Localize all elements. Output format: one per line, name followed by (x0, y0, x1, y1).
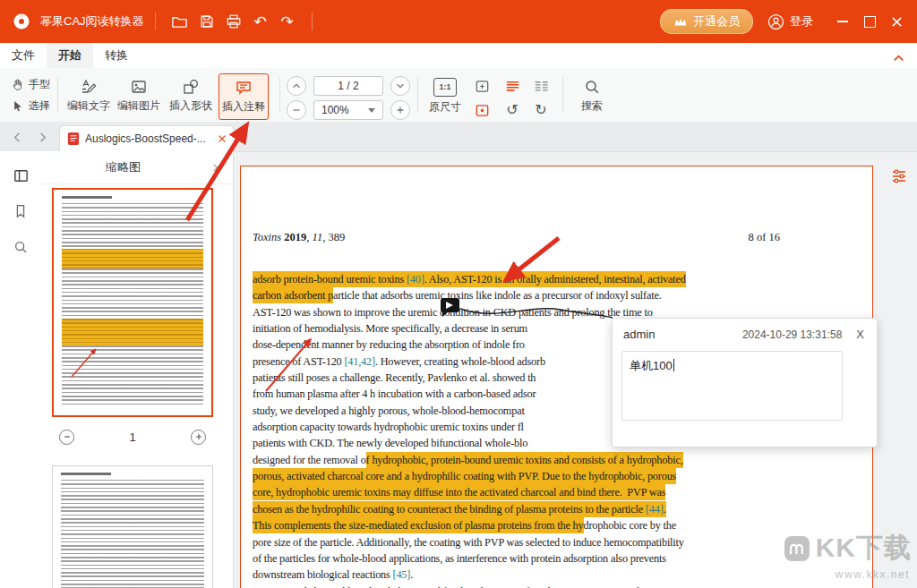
text-segment: presence of AST-120 (253, 355, 344, 368)
thumbnail-size-decrease-button[interactable] (59, 430, 74, 445)
insert-shape-button[interactable]: 插入形状 (167, 73, 215, 118)
select-tool-button[interactable]: 选择 (7, 95, 54, 116)
thumbnails-panel-button[interactable] (11, 166, 30, 185)
open-file-button[interactable] (167, 8, 193, 35)
chevron-left-icon (12, 132, 23, 143)
highlighted-text: f hydrophobic, protein-bound uremic toxi… (366, 452, 683, 468)
fit-width-button[interactable] (472, 100, 492, 120)
journal-page: , 389 (322, 231, 345, 243)
search-button[interactable]: 搜索 (568, 73, 616, 118)
login-button[interactable]: 登录 (767, 13, 813, 30)
page-indicator-input[interactable]: 1 / 2 (313, 76, 383, 96)
highlighted-text: chosen as the hydrophilic coating to cou… (253, 501, 646, 517)
next-page-button[interactable] (390, 76, 410, 96)
chevron-down-icon (395, 81, 406, 91)
insert-annotation-button[interactable]: 插入注释 (219, 73, 269, 120)
citation-link[interactable]: [44] (646, 501, 664, 517)
minimize-button[interactable] (829, 8, 856, 35)
original-size-button[interactable]: 1:1 原尺寸 (421, 73, 469, 118)
save-button[interactable] (193, 8, 220, 35)
plus-icon (194, 432, 203, 441)
app-title: 幂果CAJ阅读转换器 (40, 13, 144, 30)
app-logo-icon (11, 11, 32, 32)
page-thumbnail-2[interactable] (52, 465, 213, 588)
text-segment: patients with CKD. The newly developed b… (253, 437, 527, 449)
close-button[interactable] (883, 8, 910, 35)
thumbnails-panel-icon (13, 167, 30, 184)
redo-button[interactable]: ↷ (274, 8, 301, 35)
rotate-right-button[interactable]: ↻ (531, 100, 551, 120)
document-text-line: adsorb protein-bound uremic toxins [40].… (253, 271, 790, 287)
watermark-url: www.kkx.net (784, 568, 910, 581)
highlighted-text: This complements the size-mediated exclu… (253, 517, 584, 533)
zoom-out-button[interactable] (287, 100, 306, 120)
maximize-button[interactable] (856, 8, 883, 35)
fit-page-button[interactable] (472, 76, 492, 96)
vip-upgrade-button[interactable]: 开通会员 (660, 9, 753, 34)
document-tab[interactable]: Auslogics-BoostSpeed-... (59, 125, 235, 151)
rotate-left-icon: ↺ (506, 103, 518, 117)
citation-link[interactable]: [45] (393, 568, 411, 581)
thumbnail-highlight-band (62, 319, 203, 345)
highlighted-text: carbon adsorbent p (253, 287, 333, 303)
insert-shape-icon (182, 78, 200, 96)
view-settings-button[interactable] (888, 165, 910, 186)
nav-back-button[interactable] (9, 129, 25, 145)
filter-sliders-icon (890, 166, 908, 184)
print-button[interactable] (220, 8, 247, 35)
watermark-brand: KK下载 (816, 530, 912, 567)
chevron-down-icon (368, 108, 375, 113)
single-page-view-button[interactable] (502, 76, 522, 96)
edit-image-button[interactable]: 编辑图片 (115, 73, 163, 118)
document-text-line: pore size of the particle. Additionally,… (253, 534, 790, 550)
pointer-tools-group: 手型 选择 (7, 73, 54, 116)
undo-button[interactable]: ↶ (247, 8, 274, 35)
redo-icon: ↷ (280, 14, 293, 30)
panel-close-icon[interactable] (212, 163, 222, 173)
site-watermark: KK下载 www.kkx.net (784, 530, 912, 581)
menubar: 文件 开始 转换 (0, 43, 917, 68)
nav-forward-button[interactable] (34, 129, 50, 145)
speech-bubble-marker-icon[interactable] (441, 298, 459, 312)
zoom-level-select[interactable]: 100% (313, 100, 383, 120)
one-to-one-icon: 1:1 (433, 78, 457, 97)
tab-close-icon[interactable] (218, 134, 227, 143)
two-page-view-button[interactable] (531, 76, 551, 96)
edit-text-button[interactable]: 编辑文字 (64, 73, 113, 118)
thumbnail-size-increase-button[interactable] (191, 430, 206, 445)
document-text-line: designed for the removal of hydrophobic,… (253, 452, 790, 468)
bookmarks-panel-button[interactable] (11, 201, 30, 221)
titlebar: 幂果CAJ阅读转换器 ↶ ↷ 开通会员 登录 (0, 0, 917, 43)
rotate-left-button[interactable]: ↺ (502, 100, 522, 120)
caj-file-icon (67, 132, 80, 146)
previous-page-button[interactable] (287, 76, 306, 96)
chevron-up-icon (291, 81, 302, 91)
edit-image-label: 编辑图片 (117, 98, 160, 114)
original-size-label: 原尺寸 (429, 99, 461, 115)
undo-icon: ↶ (253, 14, 266, 30)
search-panel-button[interactable] (11, 237, 30, 257)
chevron-up-icon (892, 52, 905, 65)
zoom-in-button[interactable] (390, 100, 410, 120)
annotation-text-input[interactable]: 单机100 (621, 351, 843, 421)
menu-tab-file[interactable]: 文件 (0, 43, 47, 68)
text-segment: . (410, 568, 413, 581)
text-segment: study, we developed a highly porous, who… (253, 405, 525, 417)
page-thumbnail-1[interactable] (52, 188, 213, 417)
menu-tab-convert[interactable]: 转换 (93, 43, 140, 68)
menu-tab-start[interactable]: 开始 (47, 43, 93, 68)
text-segment: Activated charcoal has already been used… (253, 585, 639, 588)
collapse-ribbon-button[interactable] (888, 48, 908, 68)
edit-text-icon (80, 78, 98, 96)
hand-tool-button[interactable]: 手型 (7, 73, 54, 95)
citation-link[interactable]: [40] (407, 271, 424, 287)
minimize-icon (837, 21, 848, 22)
text-segment: . However, creating whole-blood adsorb (375, 355, 545, 368)
user-icon (767, 13, 784, 30)
watermark-logo-icon (784, 535, 810, 562)
annotation-close-button[interactable]: X (856, 328, 864, 341)
citation-link[interactable]: [41,42] (344, 355, 374, 368)
insert-shape-label: 插入形状 (169, 98, 212, 114)
chevron-right-icon (37, 132, 48, 143)
bookmark-icon (13, 203, 29, 219)
